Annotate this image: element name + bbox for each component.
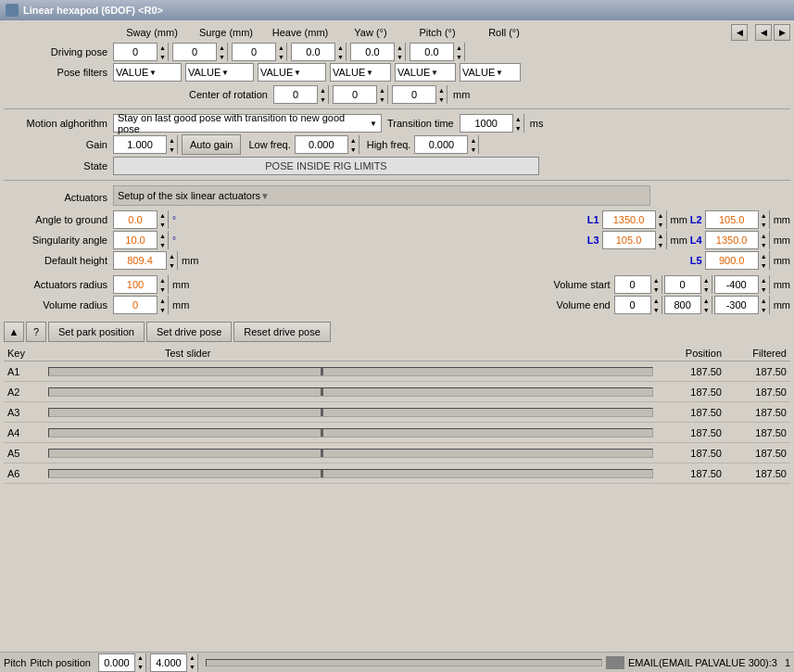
down-arrow[interactable]: ▼ [187, 663, 197, 672]
up-arrow[interactable]: ▲ [158, 296, 168, 305]
vol-start-1-input[interactable] [615, 276, 650, 293]
transition-time-input[interactable] [460, 115, 512, 132]
singularity-input[interactable] [114, 232, 157, 248]
up-arrow[interactable]: ▲ [513, 114, 523, 123]
low-freq-input[interactable] [296, 136, 347, 153]
up-arrow[interactable]: ▲ [335, 43, 346, 52]
up-arrow[interactable]: ▲ [158, 43, 168, 52]
volume-radius-spinbox[interactable]: ▲▼ [113, 296, 169, 314]
vol-end-3[interactable]: ▲▼ [714, 296, 770, 314]
filter-sway[interactable]: VALUE ▼ [113, 63, 182, 82]
driving-pose-pitch-input[interactable] [351, 44, 394, 60]
cor-x[interactable]: ▲▼ [273, 85, 329, 104]
auto-gain-button[interactable]: Auto gain [182, 134, 241, 155]
up-arrow[interactable]: ▲ [436, 85, 447, 95]
vol-start-2-input[interactable] [665, 276, 700, 293]
down-arrow[interactable]: ▼ [395, 52, 405, 61]
down-arrow[interactable]: ▼ [217, 52, 227, 61]
down-arrow[interactable]: ▼ [348, 145, 359, 154]
driving-pose-heave[interactable]: ▲▼ [232, 43, 287, 61]
row-slider[interactable] [48, 469, 653, 478]
collapse-icon[interactable]: ▼ [260, 191, 270, 201]
up-arrow[interactable]: ▲ [377, 85, 387, 95]
filter-roll[interactable]: VALUE ▼ [460, 63, 521, 82]
up-arrow[interactable]: ▲ [454, 43, 464, 52]
nav-left2-btn[interactable]: ◀ [755, 24, 772, 41]
up-arrow[interactable]: ▲ [158, 210, 168, 220]
gain-input[interactable] [114, 136, 166, 153]
down-arrow[interactable]: ▼ [701, 305, 712, 314]
high-freq-input[interactable] [415, 136, 467, 153]
l1-spinbox[interactable]: ▲▼ [602, 210, 667, 229]
down-arrow[interactable]: ▼ [167, 260, 177, 270]
up-arrow[interactable]: ▲ [468, 135, 478, 145]
up-arrow[interactable]: ▲ [158, 231, 168, 240]
nav-right-btn[interactable]: ▶ [774, 24, 790, 41]
down-arrow[interactable]: ▼ [276, 52, 286, 61]
down-arrow[interactable]: ▼ [759, 305, 769, 314]
filter-yaw-select[interactable]: VALUE [333, 67, 366, 78]
high-freq-spinbox[interactable]: ▲▼ [414, 135, 479, 154]
up-arrow[interactable]: ▲ [135, 653, 145, 663]
vol-end-2-input[interactable] [665, 297, 700, 313]
vol-start-3-input[interactable] [715, 276, 758, 293]
up-arrow[interactable]: ▲ [759, 210, 769, 220]
up-arrow[interactable]: ▲ [187, 653, 197, 663]
filter-surge-select[interactable]: VALUE [188, 67, 221, 78]
filter-heave-select[interactable]: VALUE [260, 67, 294, 78]
algo-dropdown[interactable]: Stay on last good pose with transition t… [113, 114, 382, 133]
filter-roll-select[interactable]: VALUE [462, 67, 496, 78]
up-arrow[interactable]: ▲ [656, 210, 666, 220]
bottom-spinbox1[interactable]: ▲▼ [98, 653, 146, 672]
up-arrow[interactable]: ▲ [348, 135, 359, 145]
down-arrow[interactable]: ▼ [158, 305, 168, 314]
default-height-spinbox[interactable]: ▲▼ [113, 251, 178, 270]
vol-start-1[interactable]: ▲▼ [614, 275, 662, 294]
vol-start-2[interactable]: ▲▼ [664, 275, 712, 294]
cor-z-input[interactable] [393, 86, 435, 103]
bottom-slider[interactable] [206, 659, 602, 666]
cor-y-input[interactable] [334, 86, 376, 103]
angle-ground-input[interactable] [114, 211, 157, 228]
down-arrow[interactable]: ▼ [651, 305, 662, 314]
default-height-input[interactable] [114, 252, 166, 269]
up-arrow[interactable]: ▲ [395, 43, 405, 52]
bottom-input1[interactable] [99, 654, 134, 671]
actuators-radius-input[interactable] [114, 276, 157, 293]
cor-z[interactable]: ▲▼ [392, 85, 447, 104]
down-arrow[interactable]: ▼ [454, 52, 464, 61]
down-arrow[interactable]: ▼ [656, 220, 666, 229]
vol-end-1[interactable]: ▲▼ [614, 296, 662, 314]
down-arrow[interactable]: ▼ [759, 220, 769, 229]
l3-spinbox[interactable]: ▲▼ [602, 231, 667, 249]
down-arrow[interactable]: ▼ [158, 240, 168, 249]
collapse-button[interactable]: ▲ [4, 322, 24, 342]
down-arrow[interactable]: ▼ [436, 95, 447, 104]
row-slider[interactable] [48, 428, 653, 437]
up-arrow[interactable]: ▲ [651, 275, 662, 285]
driving-pose-pitch[interactable]: ▲▼ [350, 43, 406, 61]
row-slider[interactable] [48, 449, 653, 458]
nav-left-btn[interactable]: ◀ [731, 24, 748, 41]
l2-spinbox[interactable]: ▲▼ [705, 210, 770, 229]
actuators-radius-spinbox[interactable]: ▲▼ [113, 275, 169, 294]
l2-input[interactable] [706, 211, 758, 228]
down-arrow[interactable]: ▼ [651, 285, 662, 294]
l4-input[interactable] [706, 232, 758, 248]
row-slider[interactable] [48, 408, 653, 417]
row-slider[interactable] [48, 387, 653, 397]
down-arrow[interactable]: ▼ [656, 240, 666, 249]
up-arrow[interactable]: ▲ [217, 43, 227, 52]
l5-spinbox[interactable]: ▲▼ [705, 251, 770, 270]
filter-pitch-select[interactable]: VALUE [397, 67, 431, 78]
down-arrow[interactable]: ▼ [158, 52, 168, 61]
driving-pose-heave-input[interactable] [233, 44, 275, 60]
cor-x-input[interactable] [274, 86, 317, 103]
down-arrow[interactable]: ▼ [759, 285, 769, 294]
angle-ground-spinbox[interactable]: ▲▼ [113, 210, 169, 229]
l4-spinbox[interactable]: ▲▼ [705, 231, 770, 249]
l3-input[interactable] [603, 232, 655, 248]
up-arrow[interactable]: ▲ [759, 231, 769, 240]
down-arrow[interactable]: ▼ [701, 285, 712, 294]
up-arrow[interactable]: ▲ [158, 275, 168, 285]
